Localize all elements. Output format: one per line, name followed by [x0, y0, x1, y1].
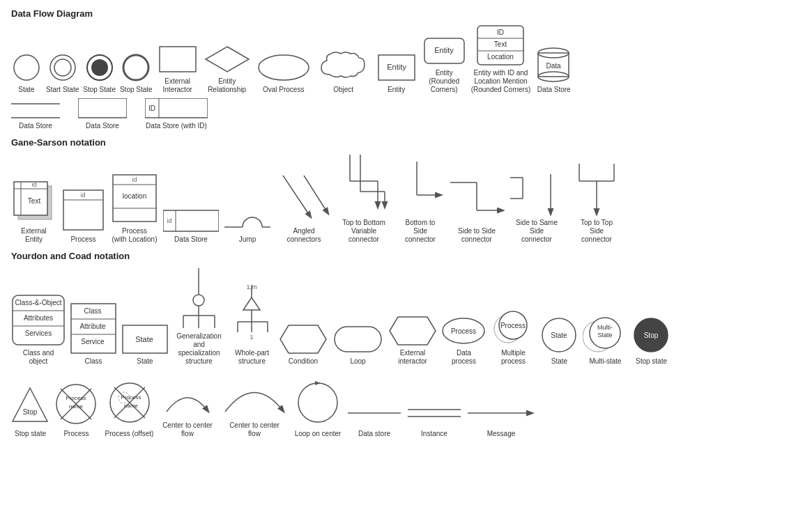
yourdon-section: Yourdon and Coad notation Class-&-Object…	[11, 251, 801, 438]
svg-text:Entity: Entity	[387, 63, 406, 71]
condition-shape	[279, 324, 328, 355]
loop-shape	[332, 324, 384, 355]
top-to-top-label: Top to TopSideconnector	[581, 219, 613, 244]
svg-text:Stop: Stop	[23, 408, 38, 416]
external-interactor-yc-label: Externalinteractor	[398, 349, 427, 366]
item-datastore-box: Data Store	[78, 98, 127, 130]
svg-text:Entity: Entity	[434, 46, 454, 54]
data-store-cylinder-shape: Data	[535, 45, 573, 83]
svg-point-4	[91, 59, 108, 76]
external-interactor-yc-shape	[388, 316, 437, 346]
external-interactor-shape	[157, 44, 199, 75]
stop-state-filled-shape	[84, 52, 115, 83]
item-multi-state: Multi- State Multi-state	[583, 314, 628, 366]
process-gs-shape: id	[61, 187, 106, 233]
process-location-label: Process(with Location)	[112, 227, 157, 244]
start-state-shape	[47, 52, 78, 83]
gen-spec-shape	[173, 267, 225, 329]
side-to-side-shape	[449, 169, 505, 224]
gane-title: Gane-Sarson notation	[11, 137, 801, 148]
svg-marker-7	[206, 47, 249, 72]
svg-text:Class: Class	[84, 307, 101, 315]
side-to-same-shape	[509, 160, 565, 216]
angled-label: Angledconnectors	[287, 227, 321, 244]
state-shape	[11, 52, 42, 83]
bottom-to-side-shape	[396, 160, 445, 216]
svg-rect-25	[78, 98, 127, 118]
svg-text:id: id	[167, 217, 171, 224]
svg-text:Attribute: Attribute	[79, 323, 106, 330]
item-whole-part: 1,m 1 Whole-partstructure	[229, 283, 275, 366]
gen-spec-label: Generalizationandspecializationstructure	[176, 332, 221, 366]
item-datastore-id: ID Data Store (with ID)	[145, 98, 208, 130]
svg-text:Attributes: Attributes	[24, 314, 53, 322]
state-yc-label: State	[137, 357, 153, 366]
svg-text:Process: Process	[66, 395, 86, 401]
data-process-shape: Process	[441, 316, 487, 346]
message-label: Message	[487, 430, 516, 438]
item-object: Object	[316, 48, 371, 94]
svg-text:State: State	[597, 332, 612, 339]
object-label: Object	[333, 86, 353, 94]
class-shape: Class Attribute Service	[70, 302, 117, 355]
whole-part-shape: 1,m 1	[229, 283, 275, 346]
stop-state-label: Stop State	[120, 86, 153, 94]
item-gen-spec: Generalizationandspecializationstructure	[173, 267, 225, 366]
data-store-gs-label: Data Store	[174, 235, 208, 244]
datastore-id-shape: ID	[145, 98, 208, 119]
svg-point-129	[298, 383, 337, 422]
svg-point-5	[123, 55, 148, 80]
entity-label: Entity	[388, 86, 405, 94]
dfd-section: Data Flow Diagram State Start State	[11, 8, 801, 130]
item-data-store-cylinder: Data Data Store	[535, 45, 573, 94]
dfd-row2: Data Store Data Store ID Data Store (wit…	[11, 98, 801, 130]
top-to-top-shape	[569, 160, 625, 216]
entity-id-location-label: Entity with ID andLocation Mention(Round…	[471, 69, 531, 94]
loop-center-shape	[293, 378, 342, 427]
svg-text:ID: ID	[148, 104, 155, 112]
svg-text:Class-&-Object: Class-&-Object	[15, 299, 61, 306]
gane-row: id Text ExternalEntity id Process	[11, 153, 801, 244]
entity-relationship-label: EntityRelationship	[208, 77, 246, 94]
stop-triangle-label: Stop state	[15, 430, 46, 438]
class-object-shape: Class-&-Object Attributes Services	[11, 294, 66, 346]
item-process-location: id location Process(with Location)	[110, 172, 159, 244]
item-condition: Condition	[279, 324, 328, 366]
svg-text:Process: Process	[451, 327, 476, 335]
svg-text:State: State	[551, 332, 567, 339]
data-store-line-shape	[346, 399, 402, 427]
item-center-flow-small: Center to centerflow	[160, 377, 215, 438]
start-state-label: Start State	[46, 86, 79, 94]
multi-state-label: Multi-state	[589, 357, 621, 366]
svg-text:State: State	[135, 335, 153, 343]
jump-label: Jump	[239, 235, 256, 244]
data-process-label: Dataprocess	[452, 349, 476, 366]
item-stop-state-yc: Stop Stop state	[632, 316, 671, 366]
svg-text:Text: Text	[494, 40, 507, 48]
multi-state-shape: Multi- State	[583, 314, 628, 355]
entity-id-location-shape: ID Text Location	[476, 24, 525, 66]
instance-label: Instance	[421, 430, 447, 438]
item-jump: Jump	[223, 205, 272, 244]
svg-text:id: id	[132, 176, 137, 183]
state-yc2-label: State	[551, 357, 567, 366]
item-loop-center: Loop on center	[293, 378, 342, 438]
entity-shape: Entity	[376, 52, 418, 83]
process-cross-label: Process	[63, 430, 89, 438]
item-instance: Instance	[406, 399, 462, 438]
item-process-gs: id Process	[61, 187, 106, 244]
item-class: Class Attribute Service Class	[70, 302, 117, 366]
oval-process-label: Oval Process	[263, 86, 304, 94]
center-flow-large-label: Center to centerflow	[229, 421, 279, 438]
oval-process-shape	[256, 52, 312, 83]
item-message: Message	[466, 399, 536, 438]
item-start-state: Start State	[46, 52, 79, 94]
svg-text:Location: Location	[488, 53, 514, 61]
svg-text:ID: ID	[497, 29, 504, 36]
svg-rect-101	[335, 327, 381, 352]
side-to-side-label: Side to Sideconnector	[458, 227, 496, 244]
svg-text:Multi-: Multi-	[597, 324, 613, 331]
svg-text:id: id	[80, 192, 85, 199]
state-yc2-shape: State	[540, 316, 579, 355]
item-entity-id-location: ID Text Location Entity with ID andLocat…	[471, 24, 531, 94]
